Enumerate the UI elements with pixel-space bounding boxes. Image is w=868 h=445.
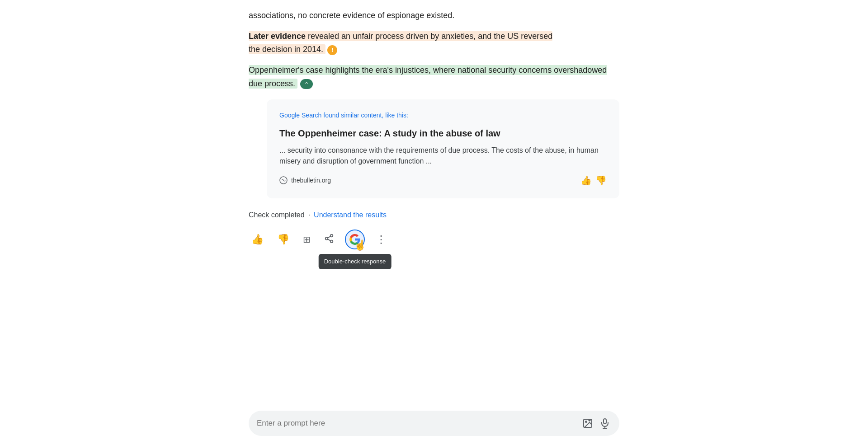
check-completed-label: Check completed <box>249 209 305 221</box>
collapse-badge[interactable]: ^ <box>300 79 313 89</box>
prompt-input[interactable] <box>257 419 577 428</box>
adjust-icon: ⊞ <box>303 234 311 245</box>
decision-text: the decision in 2014. <box>249 45 323 54</box>
share-button[interactable] <box>321 231 337 248</box>
action-bar: 👍 👎 ⊞ ☝ <box>249 230 619 249</box>
google-logo-icon <box>349 234 361 245</box>
search-source-row: thebulletin.org 👍 👎 <box>279 173 607 187</box>
search-snippet: ... security into consonance with the re… <box>279 145 607 167</box>
thumbs-down-result-icon[interactable]: 👎 <box>595 173 607 187</box>
google-double-check-button[interactable]: ☝ <box>345 230 365 249</box>
source-favicon <box>279 176 288 184</box>
understand-results-link[interactable]: Understand the results <box>314 209 387 221</box>
input-bar <box>0 405 868 445</box>
later-evidence-highlight: Later evidence revealed an unfair proces… <box>249 31 552 41</box>
later-evidence-rest: revealed an unfair process driven by anx… <box>306 32 552 41</box>
thumbs-up-button[interactable]: 👍 <box>249 231 266 248</box>
svg-point-7 <box>585 421 587 422</box>
thumbs-up-result-icon[interactable]: 👍 <box>580 173 592 187</box>
search-card: Google Search found similar content, lik… <box>267 99 619 198</box>
google-check-wrapper: ☝ Double-check response <box>345 230 365 249</box>
thumbs-down-icon: 👎 <box>277 234 289 245</box>
dot-separator: · <box>308 209 310 221</box>
share-icon <box>324 234 334 246</box>
svg-line-5 <box>328 236 330 238</box>
source-left: thebulletin.org <box>279 175 331 185</box>
add-image-icon <box>582 418 593 429</box>
intro-text: associations, no concrete evidence of es… <box>249 11 454 20</box>
more-icon: ⋮ <box>376 233 387 245</box>
main-content: associations, no concrete evidence of es… <box>249 0 619 263</box>
thumbs-down-button[interactable]: 👎 <box>274 231 292 248</box>
svg-rect-10 <box>604 419 606 424</box>
adjust-button[interactable]: ⊞ <box>300 231 313 248</box>
later-evidence-block: Later evidence revealed an unfair proces… <box>249 30 619 56</box>
thumbs-feedback: 👍 👎 <box>580 173 607 187</box>
later-evidence-bold: Later evidence <box>249 32 306 41</box>
source-domain[interactable]: thebulletin.org <box>291 175 331 185</box>
add-image-button[interactable] <box>581 417 594 430</box>
double-check-tooltip: Double-check response <box>319 254 392 270</box>
microphone-icon <box>599 418 610 429</box>
oppenheimer-highlight-block: Oppenheimer's case highlights the era's … <box>249 64 619 90</box>
thumbs-up-icon: 👍 <box>251 234 264 245</box>
search-found-label: Google Search found similar content, lik… <box>279 110 607 120</box>
microphone-button[interactable] <box>599 417 611 430</box>
input-inner <box>249 411 619 436</box>
more-options-button[interactable]: ⋮ <box>373 230 389 248</box>
decision-text-highlight: the decision in 2014. <box>249 44 326 54</box>
intro-text-block: associations, no concrete evidence of es… <box>249 9 619 23</box>
warning-badge[interactable]: ! <box>327 45 337 55</box>
search-title[interactable]: The Oppenheimer case: A study in the abu… <box>279 126 607 141</box>
svg-line-4 <box>328 239 330 241</box>
check-completed-row: Check completed · Understand the results <box>249 209 619 221</box>
